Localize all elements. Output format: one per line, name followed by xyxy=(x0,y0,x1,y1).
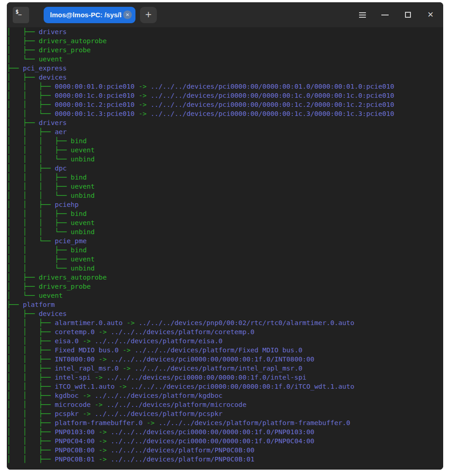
tree-branch: │ │ └── xyxy=(7,110,55,117)
symlink-arrow: -> xyxy=(95,446,110,454)
entry-name-file: uevent xyxy=(71,182,95,190)
tree-branch: │ │ ├── xyxy=(7,200,55,208)
tree-line: │ │ └── unbind xyxy=(7,264,443,273)
entry-name-file: uevent xyxy=(71,219,95,226)
entry-name-file: unbind xyxy=(71,155,95,163)
tree-line: │ └── uevent xyxy=(7,55,443,64)
entry-name-link: 0000:00:1c.2:pcie010 xyxy=(55,100,135,108)
symlink-arrow: -> xyxy=(115,382,130,390)
tree-branch: │ │ └── xyxy=(7,264,71,272)
tree-branch: │ │ ├── xyxy=(7,91,55,99)
tree-line: │ │ │ ├── uevent xyxy=(7,182,443,191)
tree-line: │ │ ├── bind xyxy=(7,246,443,255)
tree-branch: │ │ ├── xyxy=(7,164,55,172)
tree-line: │ │ ├── pcspkr -> ../../../devices/platf… xyxy=(7,409,443,418)
entry-name-link: PNP0C04:00 xyxy=(55,437,95,445)
close-button[interactable]: ✕ xyxy=(420,6,440,24)
entry-name-dir: aer xyxy=(55,128,66,135)
maximize-button[interactable] xyxy=(398,6,418,24)
tree-branch: │ │ ├── xyxy=(7,328,55,336)
symlink-arrow: -> xyxy=(135,82,150,90)
entry-name-dir: drivers xyxy=(39,28,67,35)
terminal-app-icon: $_ xyxy=(13,7,29,23)
tab-close-button[interactable]: ✕ xyxy=(123,10,132,19)
tree-branch: │ │ ├── xyxy=(7,255,71,263)
symlink-target: ../../../devices/pci0000:00/0000:00:01.0… xyxy=(150,82,394,90)
tree-branch: │ ├── xyxy=(7,37,39,45)
symlink-target: ../../../devices/pci0000:00/0000:00:1f.0… xyxy=(130,382,354,390)
symlink-arrow: -> xyxy=(91,373,107,381)
tree-branch: │ │ ├── xyxy=(7,128,55,135)
tree-line: │ │ ├── PNP0103:00 -> ../../../devices/p… xyxy=(7,427,443,436)
symlink-arrow: -> xyxy=(79,410,95,417)
tree-line: │ │ │ ├── bind xyxy=(7,173,443,182)
entry-name-file: unbind xyxy=(71,228,95,235)
entry-name-file: uevent xyxy=(39,291,63,299)
symlink-target: ../../../devices/pci0000:00/0000:00:1f.0… xyxy=(110,437,314,445)
symlink-arrow: -> xyxy=(95,328,110,336)
tree-branch: │ │ ├── xyxy=(7,437,55,445)
menu-button[interactable] xyxy=(352,6,372,24)
tree-line: │ │ ├── INT0800:00 -> ../../../devices/p… xyxy=(7,355,443,364)
entry-name-file: bind xyxy=(71,137,87,145)
tree-branch: │ └── xyxy=(7,291,39,299)
symlink-target: ../../../devices/platform/intel_rapl_msr… xyxy=(135,364,302,372)
entry-name-dir: devices xyxy=(39,73,67,81)
tree-line: │ ├── drivers xyxy=(7,27,443,36)
plus-icon: + xyxy=(145,9,151,20)
tree-branch: │ │ ├── xyxy=(7,391,55,399)
tree-line: │ │ ├── PNP0C0B:01 -> ../../../devices/p… xyxy=(7,455,443,464)
entry-name-link: 0000:00:1c.0:pcie010 xyxy=(55,91,135,99)
tree-branch: │ │ ├── xyxy=(7,373,55,381)
tree-branch: │ ├── xyxy=(7,273,39,281)
entry-name-dir: pci_express xyxy=(23,64,67,72)
tree-branch: │ └── xyxy=(7,55,39,63)
tree-branch: │ │ │ ├── xyxy=(7,210,71,217)
entry-name-file: bind xyxy=(71,246,87,254)
tree-branch: │ │ │ ├── xyxy=(7,137,71,145)
entry-name-link: coretemp.0 xyxy=(55,328,95,336)
tree-line: │ │ ├── 0000:00:1c.2:pcie010 -> ../../..… xyxy=(7,100,443,109)
symlink-arrow: -> xyxy=(95,437,110,445)
tree-branch: │ │ │ ├── xyxy=(7,173,71,181)
minimize-button[interactable] xyxy=(375,6,395,24)
symlink-arrow: -> xyxy=(143,419,159,426)
tree-branch: │ │ ├── xyxy=(7,446,55,454)
tree-branch: │ ├── xyxy=(7,46,39,54)
tree-branch: │ │ ├── xyxy=(7,82,55,90)
tree-line: │ ├── drivers_autoprobe xyxy=(7,36,443,45)
tree-line: │ │ │ ├── bind xyxy=(7,136,443,145)
entry-name-dir: drivers xyxy=(39,119,67,126)
entry-name-link: intel-spi xyxy=(55,373,90,381)
entry-name-file: drivers_autoprobe xyxy=(39,273,106,281)
entry-name-file: drivers_probe xyxy=(39,46,90,54)
symlink-target: ../../../devices/platform/kgdboc xyxy=(95,391,222,399)
symlink-target: ../../../devices/platform/pcspkr xyxy=(95,410,222,417)
tab-active[interactable]: lmos@lmos-PC: /sys/bus ✕ xyxy=(44,7,135,23)
terminal-output[interactable]: │ ├── drivers│ ├── drivers_autoprobe│ ├─… xyxy=(7,27,443,470)
symlink-arrow: -> xyxy=(135,91,150,99)
tree-line: │ │ ├── kgdboc -> ../../../devices/platf… xyxy=(7,391,443,400)
new-tab-button[interactable]: + xyxy=(140,7,157,23)
tree-line: │ │ ├── aer xyxy=(7,127,443,136)
entry-name-link: platform-framebuffer.0 xyxy=(55,419,142,426)
tree-branch: │ │ │ ├── xyxy=(7,182,71,190)
tree-branch: │ │ │ └── xyxy=(7,155,71,163)
tree-branch: │ │ ├── xyxy=(7,246,71,254)
minimize-icon xyxy=(381,15,389,15)
entry-name-link: PNP0C0B:01 xyxy=(55,455,95,463)
entry-name-dir: dpc xyxy=(55,164,66,172)
tree-branch: │ │ │ └── xyxy=(7,228,71,235)
tree-branch: │ │ │ ├── xyxy=(7,146,71,154)
symlink-target: ../../../devices/pci0000:00/0000:00:1c.3… xyxy=(150,110,394,117)
entry-name-link: INT0800:00 xyxy=(55,355,95,363)
tree-line: │ │ ├── pciehp xyxy=(7,200,443,209)
entry-name-link: pcspkr xyxy=(55,410,79,417)
tree-line: │ │ ├── platform-framebuffer.0 -> ../../… xyxy=(7,418,443,427)
entry-name-file: uevent xyxy=(71,146,95,154)
tree-line: │ │ ├── alarmtimer.0.auto -> ../../../de… xyxy=(7,318,443,327)
tree-branch: │ ├── xyxy=(7,73,39,81)
entry-name-link: 0000:00:1c.3:pcie010 xyxy=(55,110,135,117)
symlink-target: ../../../devices/pci0000:00/0000:00:1f.0… xyxy=(110,428,314,436)
symlink-target: ../../../devices/platform/eisa.0 xyxy=(95,337,222,345)
